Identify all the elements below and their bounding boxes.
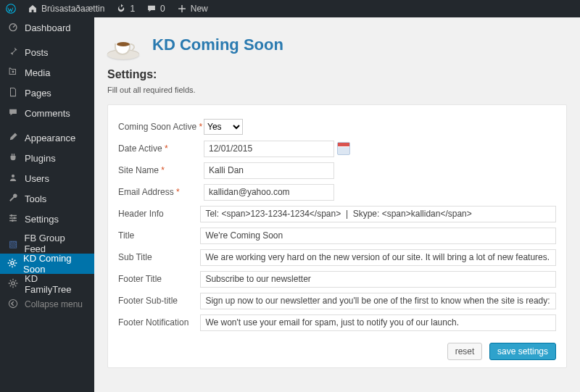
svg-point-6 [12,220,14,222]
menu-pages[interactable]: Pages [0,83,94,103]
menu-kdft-label: KD FamilyTree [25,273,87,295]
label-date-active: Date Active [118,143,204,154]
sliders-icon [7,213,19,225]
pin-icon [7,46,19,59]
label-header-info: Header Info [118,209,200,219]
wp-logo[interactable] [0,0,22,17]
site-name-link[interactable]: Brúsastaðaættin [22,0,110,17]
menu-appearance-label: Appearance [25,133,75,143]
menu-plugins-label: Plugins [25,153,56,164]
menu-settings[interactable]: Settings [0,209,94,229]
svg-point-7 [11,261,14,264]
email-input[interactable] [204,184,334,201]
menu-dashboard[interactable]: Dashboard [0,17,94,38]
header-info-input[interactable] [200,206,556,222]
menu-pages-label: Pages [25,88,51,99]
collapse-icon [7,299,19,311]
plus-icon [177,4,187,14]
title-input[interactable] [200,228,556,244]
site-name-label: Brúsastaðaættin [41,4,104,14]
subtitle-input[interactable] [200,249,556,266]
page-icon [7,87,19,99]
comment-icon [7,107,19,120]
calendar-icon[interactable] [337,142,350,155]
footer-title-input[interactable] [200,271,556,288]
plug-icon [7,152,19,164]
comments-count: 0 [160,4,165,14]
svg-point-0 [7,4,16,14]
label-subtitle: Sub Title [118,252,200,262]
menu-posts-label: Posts [25,47,49,58]
media-icon [7,67,19,79]
active-select[interactable]: Yes [204,119,243,135]
menu-collapse[interactable]: Collapse menu [0,294,94,314]
svg-point-2 [12,70,14,72]
menu-users-label: Users [25,173,49,184]
wrench-icon [7,193,19,205]
menu-tools[interactable]: Tools [0,188,94,209]
svg-point-5 [14,217,16,219]
dashboard-icon [7,22,19,34]
wordpress-icon [6,4,16,14]
menu-fb-group-feed[interactable]: ▧ FB Group Feed [0,233,94,254]
menu-users[interactable]: Users [0,168,94,188]
menu-plugins[interactable]: Plugins [0,148,94,168]
menu-kd-coming-soon[interactable]: KD Coming Soon [0,254,94,274]
label-footer-notification: Footer Notification [118,317,200,328]
plugin-logo [107,29,139,61]
settings-form: Coming Soon Active Yes Date Active Site … [107,104,567,368]
home-icon [28,4,38,14]
menu-kd-familytree[interactable]: KD FamilyTree [0,274,94,294]
brush-icon [7,132,19,144]
menu-kdcs-label: KD Coming Soon [23,253,87,275]
menu-posts[interactable]: Posts [0,42,94,62]
user-icon [7,172,19,185]
gear-icon [7,258,17,270]
comment-icon [146,4,157,14]
facebook-icon: ▧ [7,238,18,249]
section-heading: Settings: [107,68,567,81]
label-footer-subtitle: Footer Sub-title [118,296,200,306]
svg-point-4 [11,214,13,217]
menu-comments-label: Comments [25,108,70,119]
menu-collapse-label: Collapse menu [25,299,83,309]
page-title: KD Coming Soon [152,36,283,54]
label-title: Title [118,230,200,241]
menu-media-label: Media [25,67,50,78]
svg-point-3 [12,174,14,177]
menu-media[interactable]: Media [0,62,94,83]
new-label: New [191,4,208,14]
svg-point-8 [12,281,14,284]
comments-link[interactable]: 0 [141,0,171,17]
footer-notification-input[interactable] [200,314,556,331]
label-site-name: Site Name [118,165,204,175]
label-email: Email Address [118,187,204,197]
date-active-input[interactable] [204,141,334,157]
reset-button[interactable]: reset [447,343,483,360]
menu-comments[interactable]: Comments [0,103,94,123]
label-active: Coming Soon Active [118,122,204,132]
menu-appearance[interactable]: Appearance [0,128,94,148]
menu-settings-label: Settings [25,214,59,225]
new-content-link[interactable]: New [171,0,214,17]
menu-dashboard-label: Dashboard [25,22,71,33]
site-name-input[interactable] [204,162,334,179]
menu-tools-label: Tools [25,193,46,204]
refresh-icon [116,4,126,14]
updates-link[interactable]: 1 [110,0,141,17]
footer-subtitle-input[interactable] [200,293,556,309]
label-footer-title: Footer Title [118,274,200,284]
gear-icon [7,278,19,291]
help-text: Fill out all required fields. [107,86,567,94]
svg-point-9 [9,299,17,307]
menu-fb-label: FB Group Feed [24,233,87,254]
updates-count: 1 [130,4,135,14]
save-settings-button[interactable]: save settings [489,343,556,360]
